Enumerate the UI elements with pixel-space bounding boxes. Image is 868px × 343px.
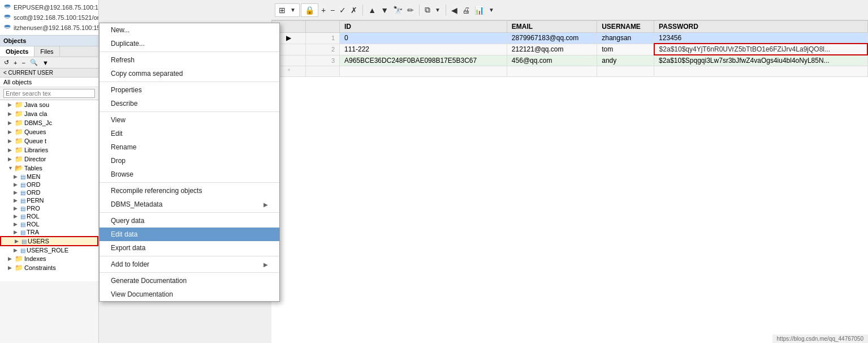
tree-item-dbms[interactable]: ▶ 📁 DBMS_Jc: [0, 118, 98, 127]
connection-label-2: scott@192.168.75.100:1521/orcl: [14, 14, 99, 21]
menu-item-export-data[interactable]: Export data: [100, 241, 279, 255]
add-btn[interactable]: +: [12, 59, 19, 67]
tree-item-ord2[interactable]: ▶ ▤ ORD: [0, 188, 98, 196]
remove-btn[interactable]: −: [20, 59, 27, 67]
menu-item-rename[interactable]: Rename: [100, 140, 279, 154]
cell-email[interactable]: 212121@qq.com: [507, 44, 597, 55]
menu-item-dbms-metadata[interactable]: DBMS_Metadata ▶: [100, 198, 279, 211]
refresh-btn[interactable]: ↺: [2, 58, 11, 67]
dropdown-arrow[interactable]: ▼: [288, 6, 297, 14]
copy-icon[interactable]: ⧉: [423, 4, 432, 16]
tree-item-tra[interactable]: ▶ ▤ TRA: [0, 228, 98, 236]
tree-item-pro[interactable]: ▶ ▤ PRO: [0, 204, 98, 212]
cell-password[interactable]: 123456: [654, 33, 867, 44]
cell-username[interactable]: andy: [597, 55, 654, 66]
menu-item-add-to-folder[interactable]: Add to folder ▶: [100, 258, 279, 271]
cell-password[interactable]: $2a$10$Spqgqi3Lw7sr3bJfwZ4vaOgs4iu4bl4oN…: [654, 55, 867, 66]
menu-item-edit-data[interactable]: Edit data: [100, 228, 279, 241]
tree-expand-arrow: ▶: [8, 156, 14, 162]
table-row-empty[interactable]: *: [272, 66, 868, 77]
cell-username[interactable]: zhangsan: [597, 33, 654, 44]
tree-item-rol1[interactable]: ▶ ▤ ROL: [0, 212, 98, 220]
menu-item-recompile[interactable]: Recompile referencing objects: [100, 184, 279, 198]
main-area: ⊞ ▼ 🔒 + − ✓ ✗ ▲ ▼ 🔭 ✏ ⧉ ▼ ◀ 🖨 📊 ▼ I: [271, 0, 868, 343]
lock-icon[interactable]: 🔒: [303, 5, 316, 16]
tree-item-tables[interactable]: ▼ 📂 Tables: [0, 164, 98, 173]
menu-item-refresh[interactable]: Refresh: [100, 53, 279, 67]
objects-toolbar: ↺ + − 🔍 ▼: [0, 57, 98, 68]
connection-item-2[interactable]: scott@192.168.75.100:1521/orcl: [1, 12, 97, 23]
tree-item-java-cla[interactable]: ▶ 📁 Java cla: [0, 109, 98, 118]
tree-item-indexes[interactable]: ▶ 📁 Indexes: [0, 254, 98, 263]
db-icon-2: [3, 14, 11, 22]
cell-email[interactable]: 2879967183@qq.com: [507, 33, 597, 44]
menu-item-properties[interactable]: Properties: [100, 83, 279, 97]
down-sort-icon[interactable]: ▼: [379, 5, 390, 16]
dropdown3-icon[interactable]: ▼: [487, 6, 496, 14]
tree-item-director[interactable]: ▶ 📁 Director: [0, 155, 98, 164]
connection-label-3: itzhenuser@192.168.75.100:1521/orcl: [14, 24, 99, 31]
left-arrow-icon[interactable]: ◀: [450, 5, 459, 16]
cell-email[interactable]: 456@qq.com: [507, 55, 597, 66]
menu-separator-5: [100, 212, 279, 213]
menu-item-generate-doc[interactable]: Generate Documentation: [100, 274, 279, 288]
tree-item-rol2[interactable]: ▶ ▤ ROL: [0, 220, 98, 228]
grid-icon[interactable]: ⊞: [277, 5, 287, 16]
connection-item-3[interactable]: itzhenuser@192.168.75.100:1521/orcl: [1, 23, 97, 33]
dropdown2-icon[interactable]: ▼: [433, 6, 442, 14]
find-btn[interactable]: 🔍: [28, 58, 40, 67]
up-sort-icon[interactable]: ▲: [366, 5, 378, 16]
menu-item-describe[interactable]: Describe: [100, 97, 279, 110]
menu-item-edit[interactable]: Edit: [100, 127, 279, 140]
cell-password[interactable]: $2a$10$qy4YjT6nR0UVrZ5bTtBO1e6FZiJrv4La9…: [654, 44, 867, 55]
tree-item-java-sou[interactable]: ▶ 📁 Java sou: [0, 100, 98, 109]
table-row[interactable]: ▶ 1 0 2879967183@qq.com zhangsan 123456: [272, 33, 868, 44]
tree-item-mem[interactable]: ▶ ▤ MEN: [0, 173, 98, 181]
tree-item-queues[interactable]: ▶ 📁 Queues: [0, 127, 98, 136]
tree-item-users[interactable]: ▶ ▤ USERS: [0, 236, 98, 246]
pencil-icon[interactable]: ✏: [405, 5, 416, 16]
tree-item-ord1[interactable]: ▶ ▤ ORD: [0, 181, 98, 188]
cell-id[interactable]: 111-222: [340, 44, 507, 55]
tree-item-constraints[interactable]: ▶ 📁 Constraints: [0, 263, 98, 272]
tree-expand-arrow: ▶: [8, 111, 14, 117]
col-header-id[interactable]: ID: [340, 21, 507, 33]
menu-item-copy-comma[interactable]: Copy comma separated: [100, 67, 279, 80]
cancel-icon[interactable]: ✗: [349, 5, 359, 16]
menu-item-query-data[interactable]: Query data: [100, 214, 279, 228]
tree-expand-arrow: ▶: [8, 102, 14, 108]
table-row[interactable]: 2 111-222 212121@qq.com tom $2a$10$qy4Yj…: [272, 44, 868, 55]
tree-item-libraries[interactable]: ▶ 📁 Libraries: [0, 145, 98, 155]
cell-id[interactable]: A965BCE36DC248F0BAE098B17E5B3C67: [340, 55, 507, 66]
menu-item-duplicate[interactable]: Duplicate...: [100, 37, 279, 50]
table-row[interactable]: 3 A965BCE36DC248F0BAE098B17E5B3C67 456@q…: [272, 55, 868, 66]
remove-row-icon[interactable]: −: [329, 5, 336, 16]
connection-item-1[interactable]: ERPUSER@192.168.75.100:1521/orcl: [1, 2, 97, 12]
search-input[interactable]: [3, 89, 95, 98]
cell-id[interactable]: 0: [340, 33, 507, 44]
col-header-rownum: [306, 21, 340, 33]
tree-item-pern[interactable]: ▶ ▤ PERN: [0, 196, 98, 204]
search-box: [0, 87, 98, 100]
menu-item-browse[interactable]: Browse: [100, 168, 279, 181]
print-icon[interactable]: 🖨: [460, 5, 472, 16]
tree-item-queue-t[interactable]: ▶ 📁 Queue t: [0, 136, 98, 145]
cell-username[interactable]: tom: [597, 44, 654, 55]
tree-item-users-role[interactable]: ▶ ▤ USERS_ROLE: [0, 246, 98, 254]
tab-objects[interactable]: Objects: [0, 46, 34, 57]
menu-item-drop[interactable]: Drop: [100, 154, 279, 168]
menu-item-view[interactable]: View: [100, 113, 279, 127]
tree-expand-arrow: ▶: [14, 221, 19, 227]
col-header-email[interactable]: EMAIL: [507, 21, 597, 33]
tab-files[interactable]: Files: [34, 46, 59, 57]
confirm-icon[interactable]: ✓: [338, 5, 348, 16]
col-header-password[interactable]: PASSWORD: [654, 21, 867, 33]
grid-toolbar-group: ⊞ ▼: [275, 3, 300, 17]
add-row-icon[interactable]: +: [319, 5, 327, 16]
menu-item-view-doc[interactable]: View Documentation: [100, 288, 279, 301]
col-header-username[interactable]: USERNAME: [597, 21, 654, 33]
menu-item-new[interactable]: New...: [100, 23, 279, 37]
filter-btn[interactable]: ▼: [41, 59, 50, 67]
binoculars-icon[interactable]: 🔭: [391, 5, 404, 16]
chart-icon[interactable]: 📊: [473, 5, 486, 16]
